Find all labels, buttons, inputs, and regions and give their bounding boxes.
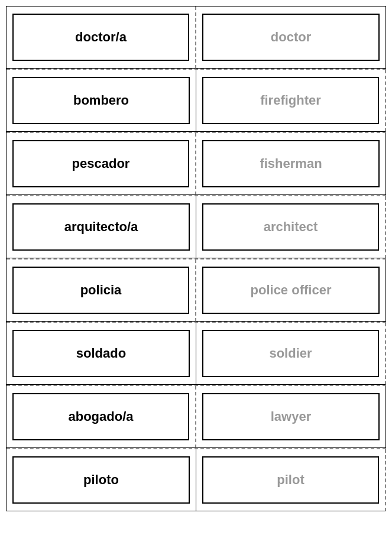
word-english-7: pilot <box>277 472 304 488</box>
word-english-0: doctor <box>271 30 311 45</box>
cell-spanish-1: bombero <box>7 70 196 132</box>
word-spanish-6: abogado/a <box>68 409 133 424</box>
cell-english-2: fisherman <box>196 133 386 195</box>
cell-spanish-4: policia <box>7 259 196 322</box>
cell-english-5: soldier <box>196 323 386 385</box>
cell-spanish-0: doctor/a <box>7 7 196 69</box>
word-spanish-4: policia <box>80 283 122 298</box>
word-english-2: fisherman <box>260 156 322 171</box>
cell-spanish-2: pescador <box>7 133 196 195</box>
cell-spanish-7: piloto <box>7 449 196 511</box>
word-spanish-0: doctor/a <box>75 30 127 45</box>
word-english-6: lawyer <box>271 409 312 424</box>
flashcard-page: doctor/adoctorbomberofirefighterpescador… <box>0 0 392 517</box>
flashcard-grid: doctor/adoctorbomberofirefighterpescador… <box>6 6 386 511</box>
word-english-1: firefighter <box>260 93 321 108</box>
word-spanish-3: arquitecto/a <box>64 219 138 235</box>
cell-spanish-3: arquitecto/a <box>7 196 196 258</box>
cell-spanish-5: soldado <box>7 323 196 385</box>
word-english-5: soldier <box>269 346 312 361</box>
cell-english-3: architect <box>196 196 386 258</box>
cell-english-7: pilot <box>196 449 386 511</box>
cell-english-6: lawyer <box>196 386 386 448</box>
word-spanish-2: pescador <box>72 156 130 171</box>
word-english-4: police officer <box>251 283 332 298</box>
word-spanish-7: piloto <box>83 472 119 488</box>
word-spanish-5: soldado <box>76 346 126 361</box>
cell-english-1: firefighter <box>196 70 386 132</box>
cell-english-0: doctor <box>196 7 386 69</box>
word-english-3: architect <box>264 219 318 235</box>
cell-spanish-6: abogado/a <box>7 386 196 448</box>
word-spanish-1: bombero <box>73 93 129 108</box>
cell-english-4: police officer <box>196 259 386 322</box>
